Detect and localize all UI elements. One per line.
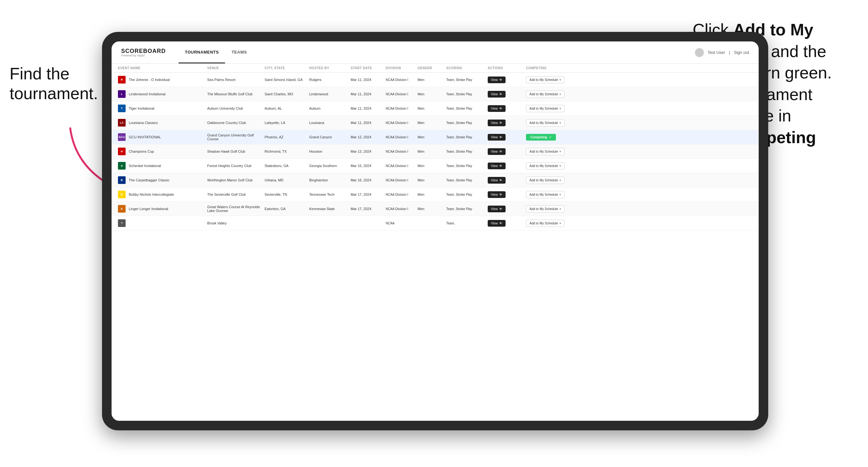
- add-label: Add to My Schedule: [529, 107, 558, 110]
- annotation-left-line1: Find the: [9, 64, 69, 83]
- view-label: View: [491, 207, 498, 211]
- add-to-schedule-button[interactable]: Add to My Schedule +: [526, 191, 564, 198]
- competing-cell: Competing ✓: [526, 134, 583, 141]
- division-cell: NCAA Division I: [386, 179, 417, 182]
- eye-icon: 👁: [499, 78, 502, 82]
- eye-icon: 👁: [499, 92, 502, 96]
- event-name-cell: H Champions Cup: [118, 148, 207, 155]
- plus-icon: +: [559, 207, 561, 211]
- team-logo: ?: [118, 219, 126, 227]
- hosted-by-cell: Lindenwood: [309, 92, 351, 96]
- gender-cell: Men: [417, 178, 446, 182]
- city-state-cell: Richmond, TX: [265, 150, 309, 153]
- actions-cell: View 👁: [488, 220, 526, 227]
- view-button[interactable]: View 👁: [488, 148, 505, 155]
- eye-icon: 👁: [499, 121, 502, 125]
- actions-cell: View 👁: [488, 91, 526, 97]
- view-button[interactable]: View 👁: [488, 162, 505, 169]
- add-to-schedule-button[interactable]: Add to My Schedule +: [526, 177, 564, 184]
- add-to-schedule-button[interactable]: Add to My Schedule +: [526, 220, 564, 227]
- hosted-by-cell: Grand Canyon: [309, 135, 351, 139]
- signout-link[interactable]: Sign out: [734, 50, 749, 55]
- user-avatar: [695, 48, 704, 57]
- actions-cell: View 👁: [488, 162, 526, 169]
- team-logo: B: [118, 176, 126, 184]
- eye-icon: 👁: [499, 193, 502, 196]
- event-name-text: GCU INVITATIONAL: [129, 135, 161, 139]
- col-event-name: EVENT NAME: [118, 66, 207, 70]
- add-to-schedule-button[interactable]: Add to My Schedule +: [526, 162, 564, 169]
- venue-cell: The Sevierville Golf Club: [207, 192, 265, 196]
- competing-cell: Add to My Schedule +: [526, 91, 583, 98]
- add-to-schedule-button[interactable]: Add to My Schedule +: [526, 205, 564, 213]
- col-gender: GENDER: [417, 66, 446, 70]
- start-date-cell: Mar 11, 2024: [351, 92, 386, 96]
- view-label: View: [491, 222, 498, 225]
- view-button[interactable]: View 👁: [488, 91, 505, 97]
- table-row: S Schenkel Invitational Forest Heights C…: [112, 159, 759, 173]
- gender-cell: Men: [417, 106, 446, 110]
- view-label: View: [491, 92, 498, 96]
- division-cell: NCAA Division I: [386, 135, 417, 139]
- event-name-text: Tiger Invitational: [129, 106, 154, 110]
- view-button[interactable]: View 👁: [488, 120, 505, 126]
- tab-tournaments[interactable]: TOURNAMENTS: [179, 41, 225, 63]
- hosted-by-cell: Auburn: [309, 106, 351, 110]
- city-state-cell: Auburn, AL: [265, 106, 309, 110]
- competing-button[interactable]: Competing ✓: [526, 134, 556, 141]
- eye-icon: 👁: [499, 164, 502, 168]
- actions-cell: View 👁: [488, 76, 526, 83]
- add-label: Add to My Schedule: [529, 92, 558, 96]
- gender-cell: Men: [417, 78, 446, 82]
- scoring-cell: Team, Stroke Play: [446, 78, 488, 82]
- add-to-schedule-button[interactable]: Add to My Schedule +: [526, 119, 564, 127]
- view-button[interactable]: View 👁: [488, 177, 505, 184]
- event-name-cell: R The Johnnie - O Individual: [118, 76, 207, 84]
- event-name-cell: T Tiger Invitational: [118, 104, 207, 112]
- view-button[interactable]: View 👁: [488, 76, 505, 83]
- competing-cell: Add to My Schedule +: [526, 76, 583, 84]
- table-row: B Bobby Nichols Intercollegiate The Sevi…: [112, 187, 759, 202]
- city-state-cell: Lafayette, LA: [265, 121, 309, 125]
- view-button[interactable]: View 👁: [488, 105, 505, 112]
- col-city-state: CITY, STATE: [265, 66, 309, 70]
- hosted-by-cell: Tennessee Tech: [309, 192, 351, 196]
- add-to-schedule-button[interactable]: Add to My Schedule +: [526, 105, 564, 112]
- city-state-cell: Saint Charles, MO: [265, 92, 309, 96]
- view-label: View: [491, 193, 498, 196]
- tab-teams[interactable]: TEAMS: [225, 41, 253, 63]
- view-button[interactable]: View 👁: [488, 134, 505, 141]
- col-start-date: START DATE: [351, 66, 386, 70]
- team-logo: S: [118, 162, 126, 169]
- view-label: View: [491, 78, 498, 82]
- actions-cell: View 👁: [488, 177, 526, 184]
- city-state-cell: Phoenix, AZ: [265, 135, 309, 139]
- scoring-cell: Team, Stroke Play: [446, 135, 488, 139]
- venue-cell: The Missouri Bluffs Golf Club: [207, 92, 265, 96]
- actions-cell: View 👁: [488, 148, 526, 155]
- eye-icon: 👁: [499, 150, 502, 153]
- add-to-schedule-button[interactable]: Add to My Schedule +: [526, 148, 564, 155]
- table-container: EVENT NAME VENUE CITY, STATE HOSTED BY S…: [112, 64, 759, 421]
- annotation-left-line2: tournament.: [9, 84, 98, 103]
- division-cell: NCAA Division I: [386, 92, 417, 96]
- division-cell: NCAA Division I: [386, 121, 417, 125]
- event-name-text: Bobby Nichols Intercollegiate: [129, 192, 174, 196]
- gender-cell: Men: [417, 92, 446, 96]
- competing-cell: Add to My Schedule +: [526, 177, 583, 184]
- eye-icon: 👁: [499, 107, 502, 110]
- table-row: B The Carpetbagger Classic Worthington M…: [112, 173, 759, 187]
- team-logo: GCU: [118, 133, 126, 141]
- event-name-cell: ?: [118, 219, 207, 227]
- scoring-cell: Team, Stroke Play: [446, 193, 488, 196]
- event-name-cell: S Schenkel Invitational: [118, 162, 207, 169]
- view-button[interactable]: View 👁: [488, 220, 505, 227]
- add-to-schedule-button[interactable]: Add to My Schedule +: [526, 76, 564, 84]
- view-button[interactable]: View 👁: [488, 206, 505, 212]
- city-state-cell: Saint Simons Island, GA: [265, 78, 309, 82]
- start-date-cell: Mar 11, 2024: [351, 121, 386, 125]
- view-button[interactable]: View 👁: [488, 191, 505, 198]
- venue-cell: Auburn University Club: [207, 106, 265, 110]
- division-cell: NCAA: [386, 222, 417, 225]
- add-to-schedule-button[interactable]: Add to My Schedule +: [526, 91, 564, 98]
